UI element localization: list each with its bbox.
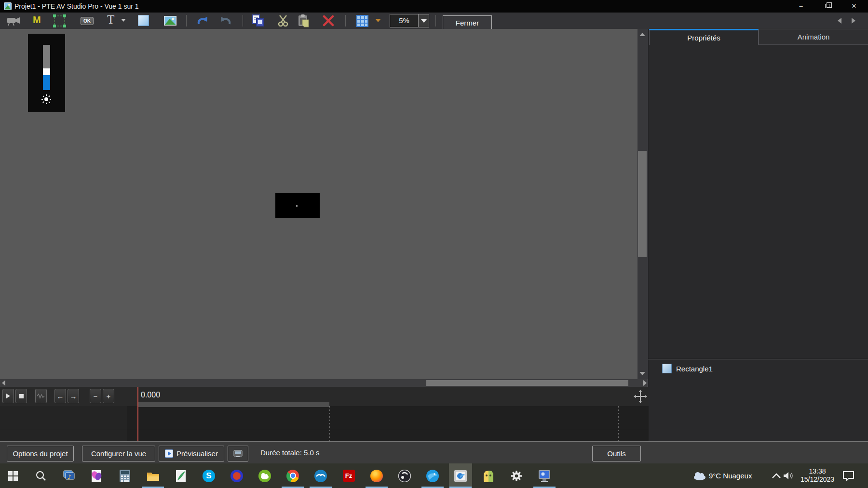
text-tool-icon[interactable]: T: [107, 13, 114, 26]
nav-back-icon[interactable]: [838, 18, 841, 24]
thunderbird-bird-icon: [426, 470, 439, 482]
close-button[interactable]: ✕: [843, 0, 865, 13]
vertical-scrollbar-thumb[interactable]: [638, 151, 647, 257]
cloud-sync-app-icon[interactable]: [253, 463, 276, 488]
slider-track-upper[interactable]: [43, 45, 50, 68]
preview-button[interactable]: Prévisualiser: [159, 446, 224, 462]
rectangle-tool-icon[interactable]: [138, 15, 149, 26]
play-button[interactable]: [2, 389, 14, 403]
ok-button-icon[interactable]: OK: [81, 17, 94, 25]
undo-icon[interactable]: [196, 15, 208, 26]
scroll-right-icon[interactable]: [643, 380, 647, 386]
scroll-down-icon[interactable]: [639, 372, 645, 375]
toolbar-separator: [345, 15, 346, 26]
start-button[interactable]: [1, 463, 25, 488]
quill-page-icon: [175, 470, 187, 482]
app-icon: [4, 2, 12, 10]
timeline-guide: [618, 406, 619, 441]
fermer-button[interactable]: Fermer: [443, 15, 492, 30]
track-divider: [0, 429, 649, 429]
copy-icon[interactable]: [252, 14, 265, 27]
timeline-zoom-in-button[interactable]: +: [103, 389, 114, 403]
brightness-sun-icon: [41, 94, 52, 105]
cut-icon[interactable]: [277, 14, 289, 27]
slide-duration-bar[interactable]: [138, 402, 329, 407]
tab-animation[interactable]: Animation: [759, 29, 868, 45]
music-player-app-icon[interactable]: [225, 463, 248, 488]
playhead-cursor[interactable]: [137, 387, 138, 441]
slider-fill[interactable]: [43, 75, 50, 90]
timeline-zoom-out-button[interactable]: −: [90, 389, 101, 403]
waveform-button[interactable]: [35, 389, 47, 403]
obs-studio-icon[interactable]: [393, 463, 416, 488]
marker-m-icon[interactable]: M: [33, 14, 41, 26]
photo-viewer-app-icon[interactable]: [85, 463, 108, 488]
configure-view-button[interactable]: Configurer la vue: [82, 446, 155, 462]
system-monitor-app-icon[interactable]: [533, 463, 556, 488]
hidden-icons-chevron-icon[interactable]: [772, 473, 781, 479]
video-camera-icon[interactable]: [7, 15, 21, 26]
tools-button[interactable]: Outils: [592, 446, 641, 462]
grid-icon[interactable]: [356, 15, 368, 27]
butterfly-icon: [91, 470, 103, 482]
weather-label[interactable]: 9°C Nuageux: [709, 463, 752, 488]
text-tool-dropdown-icon[interactable]: [121, 19, 126, 22]
headphones-icon: [231, 470, 243, 482]
delete-icon[interactable]: [322, 15, 335, 26]
scroll-left-icon[interactable]: [2, 380, 5, 386]
volume-speaker-icon[interactable]: [783, 471, 795, 480]
scroll-up-icon[interactable]: [639, 33, 645, 36]
photo-editor-app-icon[interactable]: [169, 463, 192, 488]
timeline-track-headers: [0, 406, 127, 441]
right-panel: Propriétés Animation Rectangle1: [648, 29, 868, 442]
minimize-button[interactable]: –: [790, 0, 812, 13]
timeline: ← → − + 0.000: [0, 387, 649, 441]
paste-icon[interactable]: [297, 14, 311, 27]
image-tool-icon[interactable]: [164, 16, 176, 26]
selection-frame-icon[interactable]: [53, 14, 66, 27]
layer-list-item[interactable]: Rectangle1: [648, 361, 868, 376]
chrome-icon[interactable]: [281, 463, 304, 488]
slider-thumb[interactable]: [43, 68, 50, 75]
editor-canvas[interactable]: [0, 29, 637, 379]
openoffice-icon[interactable]: [309, 463, 332, 488]
skype-icon[interactable]: S: [197, 463, 220, 488]
horizontal-scrollbar-thumb[interactable]: [426, 380, 628, 386]
windows-taskbar: ♪: [0, 463, 868, 488]
clock-date: 15/12/2023: [797, 475, 838, 484]
screen-icon: [233, 450, 243, 458]
screen-mode-button[interactable]: [228, 446, 248, 462]
nav-forward-icon[interactable]: [852, 18, 855, 24]
media-slideshow-app-icon[interactable]: ♪: [57, 463, 81, 488]
redo-icon[interactable]: [220, 15, 232, 26]
stop-button[interactable]: [15, 389, 27, 403]
svg-text:♪: ♪: [68, 474, 71, 480]
pte-av-studio-icon[interactable]: [449, 463, 472, 488]
slide-center-marker: [296, 205, 298, 207]
filezilla-icon[interactable]: Fz: [337, 463, 360, 488]
weather-cloud-icon[interactable]: [693, 471, 706, 480]
prev-slide-button[interactable]: ←: [54, 389, 66, 403]
owl-app-icon[interactable]: [477, 463, 500, 488]
next-slide-button[interactable]: →: [68, 389, 79, 403]
tab-proprietes[interactable]: Propriétés: [649, 29, 759, 45]
notification-center-icon[interactable]: [842, 471, 855, 481]
maximize-restore-button[interactable]: [816, 0, 838, 13]
zoom-value: 5%: [390, 14, 418, 27]
grid-options-dropdown-icon[interactable]: [375, 19, 381, 22]
slide-preview[interactable]: [275, 193, 320, 218]
file-explorer-icon[interactable]: [141, 463, 164, 488]
main-toolbar: M OK T: [0, 13, 868, 29]
preview-play-icon: [165, 449, 173, 458]
thunderbird-icon[interactable]: [421, 463, 444, 488]
zoom-dropdown-button[interactable]: [418, 14, 429, 27]
gear-icon: [510, 470, 523, 482]
settings-gear-icon[interactable]: [505, 463, 528, 488]
calculator-app-icon[interactable]: [113, 463, 136, 488]
project-options-button[interactable]: Options du projet: [7, 446, 74, 462]
firefox-icon[interactable]: [365, 463, 388, 488]
zoom-select[interactable]: 5%: [390, 14, 429, 27]
search-button[interactable]: [29, 463, 53, 488]
move-cross-icon[interactable]: [634, 390, 647, 403]
taskbar-clock[interactable]: 13:38 15/12/2023: [797, 467, 838, 484]
